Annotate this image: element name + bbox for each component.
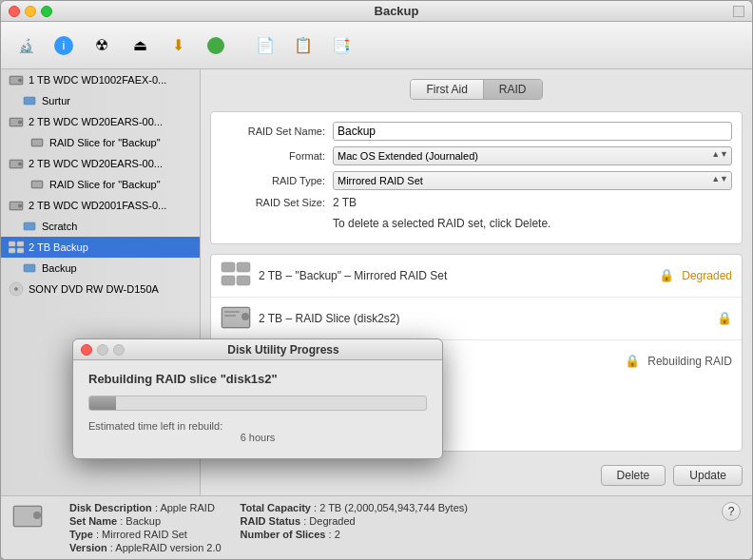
- sidebar-label-disk1: 1 TB WDC WD1002FAEX-0...: [29, 74, 192, 86]
- close-button[interactable]: [9, 6, 20, 17]
- raid-icon: [9, 240, 24, 255]
- toolbar-resize-button[interactable]: 📑: [324, 27, 358, 65]
- delete-button[interactable]: Delete: [601, 465, 666, 486]
- progress-dialog: Disk Utility Progress Rebuilding RAID sl…: [72, 338, 443, 459]
- update-button[interactable]: Update: [673, 465, 743, 486]
- disk-slice-icon-2: [221, 303, 251, 334]
- minimize-button[interactable]: [25, 6, 36, 17]
- form-row-name: RAID Set Name:: [221, 122, 732, 141]
- burn-icon: ☢: [91, 35, 112, 56]
- type-select[interactable]: Mirrored RAID Set: [333, 171, 732, 190]
- svg-point-11: [18, 163, 22, 166]
- table-row: 2 TB – RAID Slice (disk2s2) 🔒: [211, 298, 742, 340]
- toolbar: 🔬 i ☢ ⏏ ⬇ 📄 📋 📑: [1, 22, 752, 69]
- sidebar-item-disk2[interactable]: 2 TB WDC WD20EARS-00...: [1, 111, 200, 132]
- info-set-name-value: Backup: [126, 515, 161, 527]
- svg-point-24: [14, 287, 18, 291]
- toolbar-eject-button[interactable]: ⬇: [161, 27, 195, 65]
- toolbar-convert-button[interactable]: 📋: [286, 27, 320, 65]
- info-type-value: Mirrored RAID Set: [102, 529, 187, 540]
- volume-icon: [22, 93, 37, 108]
- svg-point-41: [33, 512, 41, 519]
- form-label-type: RAID Type:: [221, 175, 325, 186]
- info-num-slices-value: 2: [335, 529, 340, 540]
- toolbar-burn-button[interactable]: ☢: [85, 27, 119, 65]
- convert-icon: 📋: [293, 35, 314, 56]
- info-type-label: Type: [69, 529, 93, 540]
- info-version: Version : AppleRAID version 2.0: [69, 542, 222, 553]
- form-label-name: RAID Set Name:: [221, 126, 325, 137]
- dialog-time-label: Estimated time left in rebuild:: [88, 420, 222, 432]
- volume-icon: [22, 219, 37, 234]
- toolbar-unmount-button[interactable]: ⏏: [123, 27, 157, 65]
- dvd-icon: [9, 281, 24, 297]
- dialog-close-button[interactable]: [81, 344, 92, 356]
- lock-icon-2: 🔒: [717, 311, 732, 326]
- info-set-name-label: Set Name: [69, 515, 117, 527]
- toolbar-newimage-button[interactable]: 📄: [248, 27, 282, 65]
- svg-point-6: [18, 121, 22, 125]
- disk-icon: [9, 72, 24, 87]
- format-select[interactable]: Mac OS Extended (Journaled): [333, 146, 732, 165]
- sidebar-item-disk4[interactable]: 2 TB WDC WD2001FASS-0...: [1, 195, 200, 216]
- toolbar-microscope-button[interactable]: 🔬: [9, 27, 43, 65]
- slice-icon: [29, 135, 45, 150]
- info-total-capacity-value: 2 TB (2,000,054,943,744 Bytes): [319, 502, 468, 513]
- toolbar-info-button[interactable]: i: [47, 27, 81, 65]
- raid-row-label-1: 2 TB – "Backup" – Mirrored RAID Set: [259, 269, 651, 282]
- sidebar-label-disk2: 2 TB WDC WD20EARS-00...: [29, 116, 192, 127]
- sidebar-item-raid-slice-1[interactable]: RAID Slice for "Backup": [1, 132, 200, 153]
- help-button[interactable]: ?: [722, 502, 741, 521]
- type-select-wrapper: Mirrored RAID Set ▲▼: [333, 171, 732, 190]
- info-col-right: Total Capacity : 2 TB (2,000,054,943,744…: [241, 502, 468, 553]
- sidebar-label-raid-slice-2: RAID Slice for "Backup": [49, 179, 192, 190]
- action-buttons: Delete Update: [210, 465, 743, 486]
- maximize-button[interactable]: [41, 6, 52, 17]
- sidebar-item-backup-set[interactable]: 2 TB Backup: [1, 237, 200, 258]
- svg-rect-25: [222, 262, 235, 272]
- svg-rect-18: [9, 241, 15, 246]
- form-section: RAID Set Name: Format: Mac OS Extended (…: [210, 111, 743, 244]
- info-disk-description-label: Disk Description: [69, 502, 152, 513]
- dialog-body: Rebuilding RAID slice "disk1s2" Estimate…: [73, 360, 442, 458]
- dialog-traffic-lights: [81, 344, 125, 356]
- resize-icon: 📑: [331, 35, 352, 56]
- sidebar-label-scratch: Scratch: [42, 221, 192, 232]
- sidebar-item-backup-vol[interactable]: Backup: [1, 258, 200, 279]
- form-row-size: RAID Set Size: 2 TB: [221, 196, 732, 209]
- resize-handle[interactable]: [733, 6, 744, 17]
- sidebar-item-disk1[interactable]: 1 TB WDC WD1002FAEX-0...: [1, 69, 200, 90]
- info-version-value: AppleRAID version 2.0: [115, 542, 221, 553]
- sidebar-item-disk3[interactable]: 2 TB WDC WD20EARS-00...: [1, 153, 200, 174]
- tab-raid[interactable]: RAID: [484, 80, 542, 99]
- sidebar-label-disk4: 2 TB WDC WD2001FASS-0...: [29, 200, 192, 211]
- eject-icon: ⬇: [167, 35, 188, 56]
- sidebar-label-raid-slice-1: RAID Slice for "Backup": [49, 137, 192, 148]
- svg-rect-32: [224, 311, 240, 313]
- dialog-titlebar: Disk Utility Progress: [73, 339, 442, 360]
- info-total-capacity: Total Capacity : 2 TB (2,000,054,943,744…: [241, 502, 468, 513]
- dialog-minimize-button[interactable]: [97, 344, 108, 356]
- slice-icon: [29, 177, 45, 192]
- tab-first-aid[interactable]: First Aid: [411, 80, 483, 99]
- form-label-format: Format:: [221, 150, 325, 162]
- partition-icon: [207, 37, 224, 54]
- sidebar-item-scratch[interactable]: Scratch: [1, 216, 200, 237]
- table-row: 2 TB – "Backup" – Mirrored RAID Set 🔒 De…: [211, 255, 742, 298]
- info-raid-status-label: RAID Status: [241, 515, 301, 527]
- dialog-maximize-button[interactable]: [113, 344, 125, 356]
- sidebar-item-surtur[interactable]: Surtur: [1, 90, 200, 111]
- volume-icon: [22, 261, 37, 276]
- raid-name-input[interactable]: [333, 122, 732, 141]
- info-bar-disk-icon: [12, 502, 43, 532]
- form-label-size: RAID Set Size:: [221, 197, 325, 208]
- format-select-wrapper: Mac OS Extended (Journaled) ▲▼: [333, 146, 732, 165]
- tab-group: First Aid RAID: [410, 79, 542, 100]
- svg-rect-21: [17, 248, 24, 253]
- svg-rect-33: [224, 315, 236, 317]
- sidebar-label-disk3: 2 TB WDC WD20EARS-00...: [29, 158, 192, 169]
- toolbar-partition-button[interactable]: [199, 27, 233, 65]
- sidebar-item-raid-slice-2[interactable]: RAID Slice for "Backup": [1, 174, 200, 195]
- sidebar-item-dvd[interactable]: SONY DVD RW DW-D150A: [1, 279, 200, 299]
- dialog-heading: Rebuilding RAID slice "disk1s2": [88, 372, 427, 386]
